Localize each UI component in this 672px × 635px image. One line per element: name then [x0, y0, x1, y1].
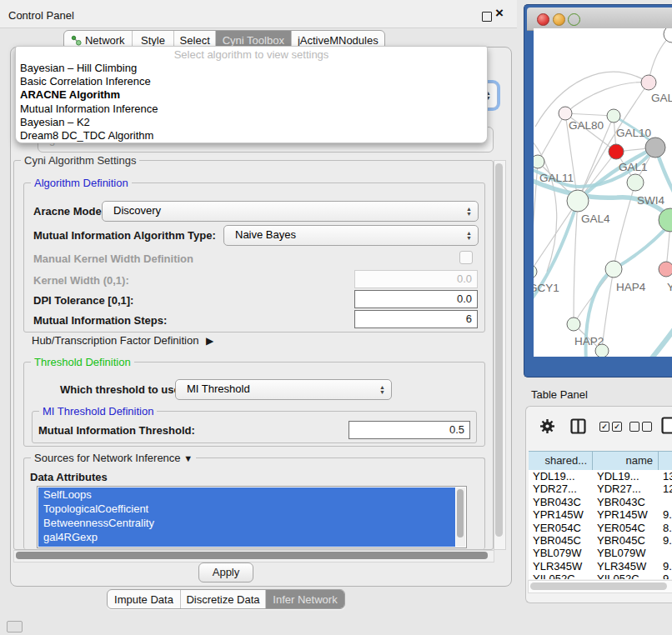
- mi-steps-input[interactable]: 6: [354, 310, 478, 328]
- network-icon: [71, 35, 82, 46]
- dropdown-item[interactable]: Dream8 DC_TDC Algorithm: [16, 129, 487, 142]
- dropdown-item[interactable]: Mutual Information Inference: [16, 102, 487, 116]
- settings-horizontal-scrollbar[interactable]: [13, 550, 494, 562]
- network-edge[interactable]: [574, 201, 578, 324]
- chevron-right-icon: ▶: [206, 335, 213, 347]
- data-attributes-label: Data Attributes: [30, 471, 108, 483]
- kernel-width-input[interactable]: 0.0: [354, 270, 478, 288]
- table-row[interactable]: YBL079WYBL079W: [529, 547, 672, 559]
- network-node[interactable]: [664, 28, 672, 42]
- table-cell: YBR043C: [593, 496, 659, 508]
- data-attributes-list[interactable]: SelfLoopsTopologicalCoefficientBetweenne…: [37, 486, 467, 548]
- network-edge[interactable]: [632, 316, 672, 357]
- mi-type-combobox[interactable]: Naive Bayes ▲▼: [223, 225, 479, 246]
- dropdown-item[interactable]: Basic Correlation Inference: [16, 75, 487, 88]
- mi-type-value: Naive Bayes: [235, 228, 296, 241]
- dropdown-item[interactable]: Bayesian – Hill Climbing: [16, 62, 487, 75]
- attribute-list-item[interactable]: BetweennessCentrality: [38, 516, 455, 530]
- dpi-tolerance-input[interactable]: 0.0: [354, 290, 478, 308]
- network-window-titlebar[interactable]: [527, 8, 672, 31]
- attribute-list-item[interactable]: gal4RGexp: [38, 530, 455, 544]
- manual-kernel-checkbox[interactable]: [459, 251, 473, 264]
- list-scrollbar-thumb[interactable]: [457, 489, 464, 538]
- minimized-panel-icon[interactable]: [7, 621, 23, 632]
- checked-box-icon[interactable]: ✓: [612, 422, 622, 432]
- float-panel-icon[interactable]: [482, 12, 492, 22]
- network-node[interactable]: [595, 344, 609, 357]
- network-node-gal4[interactable]: [567, 190, 589, 212]
- network-edge[interactable]: [565, 113, 614, 116]
- network-node-gal1[interactable]: [609, 144, 624, 159]
- dropdown-item[interactable]: Bayesian – K2: [16, 116, 487, 129]
- document-icon[interactable]: [661, 417, 672, 434]
- checked-box-icon[interactable]: ✓: [599, 422, 609, 432]
- table-row[interactable]: YDL19...YDL19...13: [529, 470, 672, 482]
- settings-vscroll-thumb[interactable]: [495, 163, 503, 537]
- table-row[interactable]: YBR045CYBR045C9.: [529, 534, 672, 547]
- network-node-hap4[interactable]: [605, 261, 622, 278]
- tab-impute-data[interactable]: Impute Data: [108, 590, 181, 608]
- network-node-swi4[interactable]: [627, 174, 644, 191]
- which-threshold-combobox[interactable]: MI Threshold ▲▼: [175, 379, 392, 400]
- attribute-list-item[interactable]: SelfLoops: [38, 488, 455, 502]
- table-row[interactable]: YPR145WYPR145W9.: [529, 508, 672, 521]
- sources-group-toggle[interactable]: Sources for Network Inference ▼: [31, 452, 196, 464]
- table-cell: 9.: [659, 508, 672, 521]
- aracne-mode-combobox[interactable]: Discovery ▲▼: [102, 201, 479, 222]
- close-traffic-light-icon[interactable]: [537, 13, 549, 26]
- list-scrollbar[interactable]: [456, 488, 465, 547]
- table-cell: 13: [659, 470, 672, 482]
- network-node-gal10[interactable]: [607, 109, 620, 122]
- unchecked-box-icon[interactable]: [629, 422, 639, 432]
- application-window: Control Panel × NetworkStyleSelectCyni T…: [0, 0, 672, 635]
- gear-icon[interactable]: [539, 418, 555, 434]
- tab-label: Style: [141, 34, 165, 47]
- network-node-hap2[interactable]: [567, 318, 580, 331]
- network-edge[interactable]: [565, 82, 649, 113]
- network-edge[interactable]: [538, 113, 565, 162]
- table-row[interactable]: YER054CYER054C8.: [529, 522, 672, 534]
- zoom-traffic-light-icon[interactable]: [568, 13, 580, 26]
- hub-section-toggle[interactable]: Hub/Transcription Factor Definition ▶: [32, 334, 209, 347]
- network-node-gal11[interactable]: [534, 155, 544, 168]
- table-row[interactable]: YBR043CYBR043C: [529, 496, 672, 508]
- aracne-mode-value: Discovery: [113, 204, 161, 217]
- table-row[interactable]: YIL052CYIL052C9: [529, 572, 672, 579]
- attribute-list-item[interactable]: TopologicalCoefficient: [38, 502, 455, 516]
- bottom-tabbar: Impute DataDiscretize DataInfer Network: [107, 589, 345, 609]
- mi-threshold-input[interactable]: 0.5: [349, 421, 470, 439]
- network-node-y[interactable]: [659, 262, 672, 277]
- node-label: GAL10: [616, 127, 651, 139]
- column-header-cut[interactable]: [659, 452, 672, 470]
- network-node-gcy1[interactable]: [534, 265, 537, 278]
- unchecked-box-icon[interactable]: [642, 422, 652, 432]
- network-edge[interactable]: [534, 162, 538, 270]
- tab-infer-network[interactable]: Infer Network: [266, 590, 344, 608]
- columns-icon[interactable]: [570, 418, 586, 434]
- dropdown-prompt: Select algorithm to view settings: [16, 47, 487, 62]
- which-threshold-label: Which threshold to use:: [60, 383, 183, 396]
- table-hscroll-thumb[interactable]: [530, 582, 667, 590]
- settings-vertical-scrollbar[interactable]: [494, 160, 506, 550]
- network-node-gal80[interactable]: [559, 107, 572, 120]
- network-node[interactable]: [645, 138, 665, 158]
- column-header-shared...[interactable]: shared...: [529, 452, 593, 470]
- threshold-definition-title: Threshold Definition: [31, 356, 134, 368]
- tab-label: Select: [180, 34, 210, 47]
- minimize-traffic-light-icon[interactable]: [553, 13, 565, 26]
- table-row[interactable]: YLR345WYLR345W9.: [529, 560, 672, 572]
- apply-button[interactable]: Apply: [198, 562, 253, 582]
- network-canvas[interactable]: GALGAL80GAL10GAL1SWI4GAL11GAL4GCY1HAP4YH…: [534, 28, 672, 357]
- tab-discretize-data[interactable]: Discretize Data: [181, 590, 266, 608]
- dropdown-item[interactable]: ARACNE Algorithm: [16, 88, 487, 102]
- table-panel-title: Table Panel: [531, 388, 588, 401]
- tab-label: Discretize Data: [186, 593, 259, 606]
- column-header-name[interactable]: name: [593, 452, 659, 470]
- kernel-width-label: Kernel Width (0,1):: [33, 274, 129, 287]
- network-graph: GALGAL80GAL10GAL1SWI4GAL11GAL4GCY1HAP4YH…: [534, 28, 672, 357]
- network-node-gal[interactable]: [641, 75, 656, 90]
- table-horizontal-scrollbar[interactable]: [528, 580, 672, 593]
- table-row[interactable]: YDR27...YDR27...12: [529, 482, 672, 495]
- settings-hscroll-thumb[interactable]: [16, 552, 488, 559]
- close-icon[interactable]: ×: [495, 5, 504, 22]
